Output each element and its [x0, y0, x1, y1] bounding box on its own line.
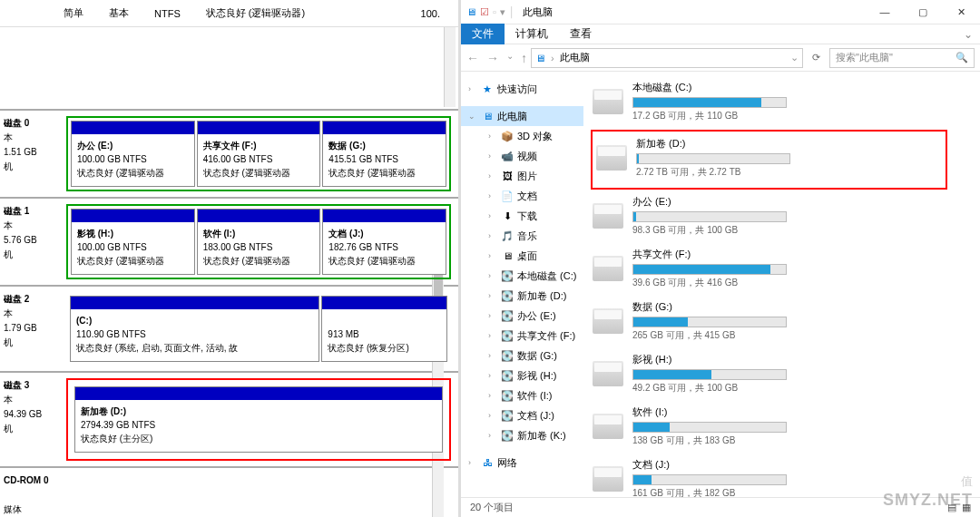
drive-status: 49.2 GB 可用，共 100 GB [632, 382, 946, 395]
drive-icon [593, 466, 623, 492]
drive-item[interactable]: 本地磁盘 (C:) 17.2 GB 可用，共 110 GB [591, 77, 947, 126]
view-details-button[interactable]: ▤ [947, 502, 956, 513]
chevron-right-icon[interactable]: › [488, 248, 497, 264]
maximize-button[interactable]: ▢ [904, 0, 942, 24]
partition[interactable]: 913 MB状态良好 (恢复分区) [321, 296, 447, 362]
partition[interactable]: 共享文件 (F:)416.00 GB NTFS状态良好 (逻辑驱动器 [197, 121, 321, 187]
tree-item[interactable]: ›💽软件 (I:) [475, 385, 583, 405]
address-bar[interactable]: 🖥 › 此电脑 ⌄ [531, 48, 803, 68]
chevron-right-icon[interactable]: › [488, 427, 497, 444]
drive-usage-bar [632, 264, 787, 275]
ribbon-collapse-icon[interactable]: ⌄ [956, 28, 980, 41]
item-icon: 🖼 [501, 168, 514, 184]
tree-item[interactable]: ›🖥桌面 [475, 246, 583, 266]
minimize-button[interactable]: — [866, 0, 904, 24]
tree-item[interactable]: ›💽新加卷 (D:) [475, 286, 583, 306]
tree-item[interactable]: ›🖼图片 [475, 166, 583, 186]
tree-network[interactable]: › 🖧 网络 [461, 453, 583, 473]
drive-status: 138 GB 可用，共 183 GB [632, 434, 946, 447]
partition-header [72, 122, 194, 134]
drive-item[interactable]: 办公 (E:) 98.3 GB 可用，共 100 GB [591, 191, 947, 240]
partition[interactable]: 软件 (I:)183.00 GB NTFS状态良好 (逻辑驱动器 [197, 209, 321, 275]
tree-quick-access[interactable]: › ★ 快速访问 [461, 79, 583, 99]
partition[interactable]: 新加卷 (D:)2794.39 GB NTFS状态良好 (主分区) [74, 386, 443, 453]
chevron-right-icon[interactable]: › [488, 168, 497, 184]
breadcrumb[interactable]: 此电脑 [560, 51, 590, 64]
disk-management-panel: 简单 基本 NTFS 状态良好 (逻辑驱动器) 100. 磁盘 0本1.51 G… [0, 0, 458, 517]
chevron-right-icon[interactable]: › [488, 268, 497, 284]
drive-name: 本地磁盘 (C:) [632, 81, 946, 94]
tab-file[interactable]: 文件 [461, 24, 505, 44]
tab-computer[interactable]: 计算机 [505, 24, 559, 44]
tree-item[interactable]: ›💽文档 (J:) [475, 405, 583, 425]
tree-item[interactable]: ›📹视频 [475, 146, 583, 166]
volume-list-row[interactable]: 简单 基本 NTFS 状态良好 (逻辑驱动器) 100. [0, 0, 458, 27]
drive-item[interactable]: 文档 (J:) 161 GB 可用，共 182 GB [591, 454, 947, 497]
drive-item[interactable]: 新加卷 (D:) 2.72 TB 可用，共 2.72 TB [594, 133, 944, 182]
chevron-right-icon[interactable]: › [488, 307, 497, 324]
partition[interactable]: 办公 (E:)100.00 GB NTFS状态良好 (逻辑驱动器 [71, 121, 195, 187]
disk-entry[interactable]: 磁盘 1本5.76 GB机 影视 (H:)100.00 GB NTFS状态良好 … [0, 197, 458, 285]
chevron-right-icon[interactable]: › [488, 188, 497, 204]
drive-item[interactable]: 软件 (I:) 138 GB 可用，共 183 GB [591, 402, 947, 451]
tree-item[interactable]: ›⬇下载 [475, 206, 583, 226]
chevron-right-icon[interactable]: › [488, 228, 497, 244]
drive-item[interactable]: 数据 (G:) 265 GB 可用，共 415 GB [591, 297, 947, 346]
tab-view[interactable]: 查看 [559, 24, 603, 44]
partition[interactable]: 影视 (H:)100.00 GB NTFS状态良好 (逻辑驱动器 [71, 209, 195, 275]
highlight-red: 新加卷 (D:)2794.39 GB NTFS状态良好 (主分区) [66, 378, 451, 461]
tree-item[interactable]: ›💽数据 (G:) [475, 346, 583, 366]
disk-info: 磁盘 2本1.79 GB机 [0, 287, 59, 371]
disk-entry[interactable]: 磁盘 3本94.39 GB机 新加卷 (D:)2794.39 GB NTFS状态… [0, 371, 458, 466]
tree-item[interactable]: ›💽影视 (H:) [475, 366, 583, 385]
tree-item[interactable]: ›💽新加卷 (K:) [475, 425, 583, 445]
partition[interactable]: 文档 (J:)182.76 GB NTFS状态良好 (逻辑驱动器 [322, 209, 446, 275]
nav-tree[interactable]: › ★ 快速访问 ⌄ 🖥 此电脑 ›📦3D 对象›📹视频›🖼图片›📄文档›⬇下载… [461, 72, 583, 497]
tree-item[interactable]: ›📄文档 [475, 186, 583, 206]
close-button[interactable]: ✕ [942, 0, 980, 24]
drive-usage-bar [632, 474, 787, 485]
chevron-right-icon[interactable]: › [488, 288, 497, 304]
partition[interactable]: 数据 (G:)415.51 GB NTFS状态良好 (逻辑驱动器 [322, 121, 446, 187]
address-dropdown[interactable]: ⌄ [790, 52, 799, 63]
drives-content[interactable]: 本地磁盘 (C:) 17.2 GB 可用，共 110 GB 新加卷 (D:) 2… [583, 72, 980, 497]
chevron-right-icon[interactable]: › [488, 148, 497, 164]
disk-entry[interactable]: CD-ROM 0媒体 [0, 466, 458, 517]
title-bar[interactable]: 🖥 ☑ ▫ ▾ │ 此电脑 — ▢ ✕ [461, 0, 980, 24]
back-button[interactable]: ← [466, 51, 479, 65]
recent-dropdown[interactable]: ⌄ [506, 51, 514, 65]
chevron-down-icon[interactable]: ⌄ [468, 108, 477, 124]
chevron-right-icon[interactable]: › [488, 128, 497, 144]
chevron-right-icon[interactable]: › [488, 347, 497, 364]
partition-header [71, 297, 318, 309]
chevron-right-icon[interactable]: › [488, 367, 497, 384]
tree-item[interactable]: ›💽本地磁盘 (C:) [475, 266, 583, 286]
search-input[interactable]: 搜索"此电脑" 🔍 [829, 48, 975, 68]
chevron-right-icon[interactable]: › [488, 327, 497, 344]
checkbox-icon[interactable]: ☑ [480, 6, 489, 18]
chevron-right-icon[interactable]: › [468, 454, 477, 471]
dropdown-icon[interactable]: ▾ [500, 6, 505, 18]
chevron-right-icon[interactable]: › [488, 407, 497, 424]
disk-entry[interactable]: 磁盘 0本1.51 GB机 办公 (E:)100.00 GB NTFS状态良好 … [0, 109, 458, 197]
forward-button[interactable]: → [486, 51, 499, 65]
chevron-right-icon[interactable]: › [468, 81, 477, 97]
drive-item[interactable]: 共享文件 (F:) 39.6 GB 可用，共 416 GB [591, 244, 947, 293]
view-icons-button[interactable]: ▦ [962, 502, 971, 513]
partition[interactable]: (C:)110.90 GB NTFS状态良好 (系统, 启动, 页面文件, 活动… [70, 296, 319, 362]
up-button[interactable]: ↑ [521, 51, 527, 65]
tree-item[interactable]: ›💽办公 (E:) [475, 306, 583, 326]
disk-entry[interactable]: 磁盘 2本1.79 GB机 (C:)110.90 GB NTFS状态良好 (系统… [0, 285, 458, 371]
tree-item[interactable]: ›💽共享文件 (F:) [475, 326, 583, 346]
volume-scrollbar[interactable] [444, 27, 456, 107]
chevron-right-icon[interactable]: › [488, 208, 497, 224]
refresh-button[interactable]: ⟳ [807, 52, 826, 63]
tree-item[interactable]: ›🎵音乐 [475, 226, 583, 246]
tree-this-pc[interactable]: ⌄ 🖥 此电脑 [461, 106, 583, 126]
drive-item[interactable]: 影视 (H:) 49.2 GB 可用，共 100 GB [591, 349, 947, 398]
tree-item[interactable]: ›📦3D 对象 [475, 126, 583, 146]
partition-header [323, 122, 446, 134]
item-count: 20 个项目 [470, 501, 514, 514]
chevron-right-icon[interactable]: › [488, 387, 497, 404]
drive-name: 文档 (J:) [632, 458, 946, 472]
